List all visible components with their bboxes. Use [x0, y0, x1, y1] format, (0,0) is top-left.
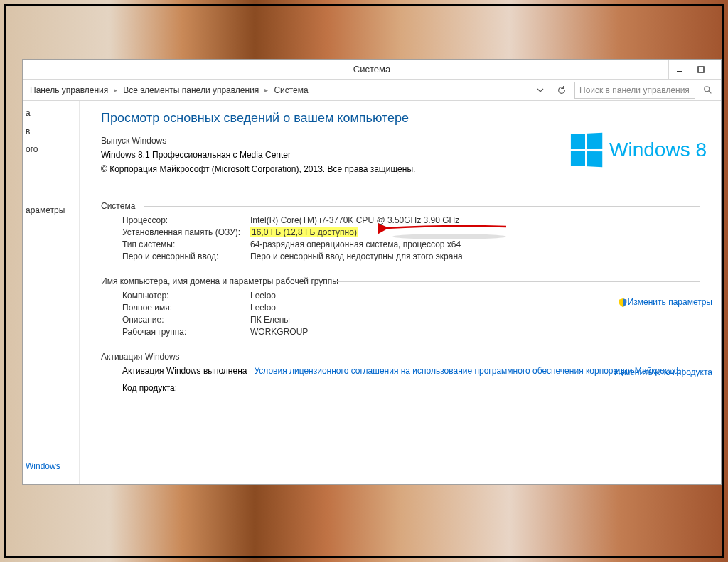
section-activation: Активация Windows	[101, 352, 707, 362]
breadcrumb-item[interactable]: Панель управления	[27, 84, 111, 97]
svg-point-2	[705, 86, 710, 91]
search-input[interactable]: Поиск в панели управления	[574, 82, 695, 99]
page-title: Просмотр основных сведений о вашем компь…	[101, 111, 707, 126]
ram-value-highlight: 16,0 ГБ (12,8 ГБ доступно)	[250, 227, 358, 237]
sidebar-item[interactable]: араметры	[26, 205, 79, 217]
main-content: Просмотр основных сведений о вашем компь…	[80, 101, 721, 484]
window-controls	[668, 60, 721, 79]
breadcrumb-item[interactable]: Все элементы панели управления	[120, 84, 262, 97]
address-bar: Панель управления ▸ Все элементы панели …	[23, 80, 721, 101]
row-processor: Процессор: Intel(R) Core(TM) i7-3770K CP…	[122, 215, 707, 225]
sidebar: а в ого араметры Windows	[23, 101, 80, 484]
section-computer: Имя компьютера, имя домена и параметры р…	[101, 276, 707, 286]
section-system: Система	[101, 201, 707, 211]
sidebar-item[interactable]: а	[26, 108, 79, 119]
minimize-button[interactable]	[668, 60, 690, 79]
shield-icon	[618, 298, 628, 308]
windows8-logo: Windows 8	[569, 134, 707, 166]
dropdown-button[interactable]	[532, 82, 549, 99]
close-button[interactable]	[711, 60, 721, 79]
change-product-key-link[interactable]: Изменить ключ продукта	[614, 367, 712, 377]
row-pen-touch: Перо и сенсорный ввод: Перо и сенсорный …	[122, 252, 707, 261]
sidebar-item[interactable]: в	[26, 126, 79, 138]
system-window: Система Панель управления ▸ Все элементы…	[22, 59, 722, 485]
row-ram: Установленная память (ОЗУ): 16,0 ГБ (12,…	[122, 227, 707, 237]
change-settings-link[interactable]: Изменить параметры	[618, 297, 712, 308]
sidebar-item[interactable]: ого	[26, 144, 79, 156]
svg-rect-1	[698, 67, 704, 72]
row-description: Описание: ПК Елены	[122, 315, 707, 325]
row-system-type: Тип системы: 64-разрядная операционная с…	[122, 239, 707, 249]
breadcrumb-item[interactable]: Система	[271, 84, 311, 97]
refresh-button[interactable]	[553, 82, 570, 99]
chevron-right-icon: ▸	[114, 86, 117, 94]
titlebar: Система	[23, 60, 721, 80]
search-icon[interactable]	[700, 82, 717, 99]
chevron-right-icon: ▸	[264, 86, 268, 94]
window-title: Система	[353, 64, 390, 75]
row-workgroup: Рабочая группа: WORKGROUP	[122, 327, 707, 337]
breadcrumb: Панель управления ▸ Все элементы панели …	[27, 84, 529, 97]
row-product-key: Код продукта:	[122, 383, 707, 393]
maximize-button[interactable]	[690, 60, 711, 79]
svg-line-3	[709, 90, 712, 93]
sidebar-item-windows[interactable]: Windows	[26, 461, 79, 471]
windows-logo-icon	[571, 133, 602, 167]
